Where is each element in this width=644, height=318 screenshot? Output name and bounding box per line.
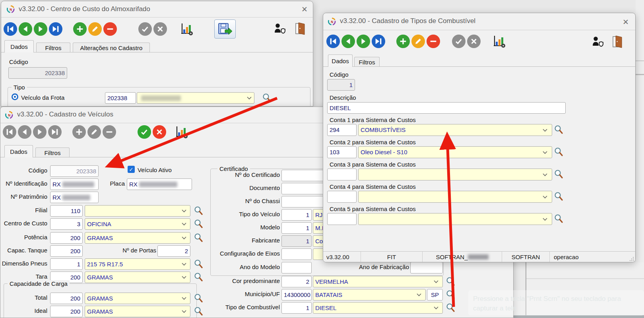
first-record-button[interactable]	[4, 22, 17, 36]
tipo-desc-combo[interactable]	[137, 92, 254, 104]
next-record-button[interactable]	[34, 22, 47, 36]
search-magnifier-icon[interactable]	[194, 259, 204, 270]
veiculo-frota-radio[interactable]	[12, 93, 18, 100]
chevron-down-icon[interactable]	[434, 306, 438, 310]
tara-combo[interactable]: GRAMAS	[85, 271, 190, 283]
search-magnifier-icon[interactable]	[194, 272, 204, 283]
confirm-button[interactable]	[138, 125, 151, 139]
patrimonio-field[interactable]: RX	[50, 192, 99, 203]
chevron-down-icon[interactable]	[543, 196, 547, 199]
chevron-down-icon[interactable]	[182, 276, 186, 279]
carga-ideal-combo[interactable]: GRAMAS	[85, 306, 190, 317]
export-save-button[interactable]	[214, 19, 236, 39]
cor-code-field[interactable]: 2	[281, 276, 312, 287]
last-record-button[interactable]	[372, 35, 385, 48]
chevron-down-icon[interactable]	[182, 310, 186, 313]
resize-grip-icon[interactable]	[629, 256, 634, 261]
capac-tanque-field[interactable]: 200	[50, 245, 83, 257]
close-icon[interactable]: ✕	[299, 4, 310, 14]
chart-settings-icon[interactable]	[492, 34, 506, 48]
chevron-down-icon[interactable]	[417, 293, 421, 297]
chevron-down-icon[interactable]	[182, 263, 186, 266]
conta3-combo[interactable]	[358, 169, 552, 180]
tab-dados[interactable]: Dados	[4, 145, 33, 157]
user-permissions-icon[interactable]	[592, 36, 604, 48]
identificacao-field[interactable]: RX	[50, 178, 99, 190]
cancel-button[interactable]	[153, 22, 167, 36]
ano-modelo-field[interactable]	[281, 262, 312, 273]
add-record-button[interactable]	[73, 22, 87, 36]
placa-field[interactable]: RX	[127, 178, 192, 190]
potencia-code-field[interactable]: 200	[50, 232, 83, 244]
chevron-down-icon[interactable]	[434, 280, 438, 283]
conta2-code-field[interactable]: 103	[327, 146, 357, 158]
first-record-button[interactable]	[3, 125, 16, 139]
user-permissions-icon[interactable]	[274, 23, 286, 35]
add-record-button[interactable]	[72, 125, 86, 139]
last-record-button[interactable]	[48, 125, 62, 139]
conta4-combo[interactable]	[358, 191, 552, 203]
carga-total-combo[interactable]: GRAMAS	[85, 293, 190, 304]
filial-code-field[interactable]: 110	[50, 205, 83, 217]
tab-filtros[interactable]: Filtros	[36, 43, 70, 52]
tab-dados[interactable]: Dados	[4, 40, 34, 52]
previous-record-button[interactable]	[341, 35, 355, 48]
search-magnifier-icon[interactable]	[554, 169, 564, 180]
chevron-down-icon[interactable]	[543, 129, 547, 132]
conta5-combo[interactable]	[358, 213, 552, 225]
first-record-button[interactable]	[326, 35, 340, 48]
tipo-veiculo-code-field[interactable]: 1	[281, 209, 312, 221]
search-magnifier-icon[interactable]	[194, 219, 204, 229]
edit-record-button[interactable]	[88, 22, 102, 36]
portas-field[interactable]: 2	[157, 245, 190, 257]
exit-door-icon[interactable]	[612, 35, 623, 48]
chart-settings-icon[interactable]	[174, 125, 188, 139]
carga-total-code-field[interactable]: 200	[50, 293, 83, 304]
next-record-button[interactable]	[33, 125, 47, 139]
veiculo-ativo-checkbox[interactable]: ✓	[128, 166, 135, 173]
potencia-combo[interactable]: GRAMAS	[85, 232, 190, 244]
municipio-combo[interactable]: BATATAIS	[313, 289, 426, 301]
centro-custo-code-field[interactable]: 3	[50, 218, 83, 230]
tab-filtros[interactable]: Filtros	[35, 147, 70, 157]
municipio-code-field[interactable]: 14300000	[281, 289, 312, 301]
conta1-combo[interactable]: COMBUSTÍVEIS	[358, 124, 552, 136]
combustivel-code-field[interactable]: 1	[281, 302, 312, 314]
descricao-field[interactable]: DIESEL	[327, 102, 566, 114]
delete-record-button[interactable]	[103, 22, 117, 36]
search-magnifier-icon[interactable]	[446, 290, 456, 300]
conta3-code-field[interactable]	[327, 169, 357, 180]
search-magnifier-icon[interactable]	[554, 125, 564, 135]
ano-fabricacao-field[interactable]	[410, 262, 443, 273]
chevron-down-icon[interactable]	[182, 223, 186, 226]
search-magnifier-icon[interactable]	[194, 206, 204, 216]
tab-dados[interactable]: Dados	[328, 54, 353, 67]
exit-door-icon[interactable]	[295, 22, 306, 35]
search-magnifier-icon[interactable]	[194, 233, 204, 243]
search-magnifier-icon[interactable]	[194, 306, 204, 317]
modelo-code-field[interactable]: 1	[281, 222, 312, 234]
tab-filtros[interactable]: Filtros	[354, 57, 380, 67]
search-magnifier-icon[interactable]	[446, 277, 456, 287]
close-icon[interactable]: ✕	[621, 17, 631, 27]
confirm-button[interactable]	[452, 35, 466, 48]
confirm-button[interactable]	[138, 22, 152, 36]
delete-record-button[interactable]	[427, 35, 440, 48]
conta1-code-field[interactable]: 294	[327, 124, 357, 136]
chevron-down-icon[interactable]	[543, 151, 547, 154]
edit-record-button[interactable]	[411, 35, 425, 48]
cancel-button[interactable]	[153, 125, 166, 139]
conta4-code-field[interactable]	[327, 191, 357, 203]
filial-combo[interactable]	[85, 205, 190, 217]
previous-record-button[interactable]	[19, 22, 32, 36]
tipo-code-field[interactable]: 202338	[105, 92, 136, 104]
chevron-down-icon[interactable]	[182, 297, 186, 300]
delete-record-button[interactable]	[103, 125, 116, 139]
cancel-button[interactable]	[467, 35, 481, 48]
last-record-button[interactable]	[49, 22, 62, 36]
cor-combo[interactable]: VERMELHA	[313, 276, 443, 287]
combustivel-combo[interactable]: DIESEL	[313, 302, 443, 314]
chart-settings-icon[interactable]	[179, 22, 194, 36]
search-magnifier-icon[interactable]	[554, 192, 564, 202]
centro-custo-combo[interactable]: OFICINA	[85, 218, 190, 230]
